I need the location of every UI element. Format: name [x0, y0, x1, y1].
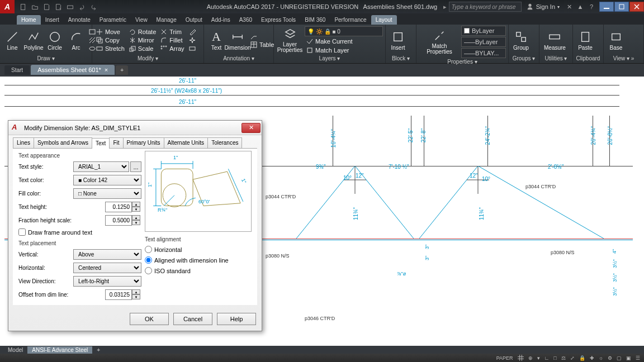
grid-icon[interactable]	[516, 355, 525, 361]
ortho-icon[interactable]: ∟	[543, 355, 551, 361]
dlg-tab-fit[interactable]: Fit	[109, 137, 123, 148]
add-layout-button[interactable]: +	[92, 346, 105, 354]
panel-layers-label[interactable]: Layers ▾	[276, 55, 383, 62]
mirror-button[interactable]: Mirror	[127, 36, 158, 44]
new-tab-button[interactable]: +	[116, 65, 128, 75]
circle-button[interactable]: Circle	[45, 29, 65, 52]
base-button[interactable]: Base	[606, 29, 626, 52]
radio-horizontal[interactable]	[145, 246, 152, 253]
pan-icon[interactable]: ⊕	[527, 355, 534, 361]
spin-down[interactable]: ▼	[132, 220, 140, 225]
view-dir-select[interactable]: Left-to-Right	[73, 276, 141, 287]
measure-button[interactable]: Measure	[542, 29, 568, 52]
tab-performance[interactable]: Performance	[330, 15, 371, 25]
panel-props-label[interactable]: Properties ▾	[419, 58, 506, 65]
fill-color-select[interactable]: □ None	[73, 188, 141, 199]
tab-layout[interactable]: Layout	[371, 15, 397, 25]
arc-button[interactable]: Arc	[66, 29, 86, 52]
tab-addins[interactable]: Add-ins	[207, 15, 235, 25]
save-as-icon[interactable]	[53, 2, 63, 12]
app-icon[interactable]: A	[0, 0, 15, 13]
snap-icon[interactable]: ▾	[536, 355, 542, 361]
spin-down[interactable]: ▼	[132, 294, 140, 299]
redo-icon[interactable]	[88, 2, 98, 12]
minimize-button[interactable]	[599, 2, 614, 12]
close-tab-icon[interactable]: ×	[105, 66, 108, 73]
array-button[interactable]: Array	[159, 45, 186, 53]
help-button[interactable]: Help	[217, 313, 256, 325]
maximize-button[interactable]	[614, 2, 629, 12]
gear-icon[interactable]: ⚙	[606, 355, 614, 361]
paste-button[interactable]: Paste	[575, 29, 595, 52]
save-icon[interactable]	[41, 2, 51, 12]
open-icon[interactable]	[30, 2, 40, 12]
lineweight-dropdown[interactable]: —— ByLayer	[461, 37, 506, 47]
linetype-dropdown[interactable]: —— BYLAY...	[461, 48, 506, 58]
dlg-tab-text[interactable]: Text	[92, 138, 110, 149]
match-layer-button[interactable]: Match Layer	[305, 46, 383, 54]
tab-insert[interactable]: Insert	[41, 15, 64, 25]
vertical-select[interactable]: Above	[73, 249, 141, 260]
draw-frame-checkbox[interactable]	[18, 228, 26, 236]
search-arrow-icon[interactable]: ▸	[443, 3, 447, 11]
dlg-tab-tolerances[interactable]: Tolerances	[207, 137, 242, 148]
isolate-icon[interactable]: ☼	[597, 355, 605, 361]
help-icon[interactable]: ?	[586, 2, 596, 12]
erase-icon[interactable]	[187, 28, 197, 36]
new-icon[interactable]	[18, 2, 28, 12]
text-height-input[interactable]	[105, 202, 132, 212]
layer-dropdown[interactable]: 💡 🔆 🔒 ■ 0	[305, 26, 383, 36]
dlg-tab-alternate[interactable]: Alternate Units	[164, 137, 209, 148]
dialog-titlebar[interactable]: A Modify Dimension Style: AS_DIM_STYLE1 …	[8, 121, 262, 135]
lock-icon[interactable]: 🔒	[577, 355, 587, 361]
cancel-button[interactable]: Cancel	[173, 313, 212, 325]
dialog-close-button[interactable]: ✕	[242, 123, 261, 133]
radio-iso[interactable]	[145, 267, 152, 274]
dlg-tab-lines[interactable]: Lines	[13, 137, 34, 148]
plus-icon[interactable]: ✚	[588, 355, 596, 361]
tab-output[interactable]: Output	[181, 15, 207, 25]
fullscreen-icon[interactable]: ▣	[624, 355, 633, 361]
table-button[interactable]: Table	[249, 41, 276, 49]
text-color-select[interactable]: ■ Color 142	[73, 175, 141, 185]
exchange-icon[interactable]: ✕	[564, 2, 574, 12]
scale-icon[interactable]: ⤢	[569, 355, 576, 361]
offset-icon[interactable]	[187, 45, 197, 53]
offset-input[interactable]	[105, 289, 132, 300]
panel-groups-label[interactable]: Groups ▾	[511, 55, 537, 62]
insert-button[interactable]: Insert	[388, 29, 408, 52]
hardware-icon[interactable]: ▢	[615, 355, 623, 361]
tab-express[interactable]: Express Tools	[257, 15, 300, 25]
text-button[interactable]: AText	[206, 29, 226, 52]
dimension-button[interactable]: Dimension	[228, 29, 248, 52]
panel-draw-label[interactable]: Draw ▾	[2, 55, 89, 62]
tab-annotate[interactable]: Annotate	[64, 15, 95, 25]
close-button[interactable]	[629, 2, 644, 12]
trim-button[interactable]: Trim	[159, 28, 186, 36]
horizontal-select[interactable]: Centered	[73, 263, 141, 273]
undo-icon[interactable]	[77, 2, 87, 12]
rotate-button[interactable]: Rotate	[127, 28, 158, 36]
copy-button[interactable]: Copy	[94, 36, 126, 44]
text-style-select[interactable]: ARIAL_1	[73, 161, 129, 172]
spin-up[interactable]: ▲	[132, 215, 140, 220]
tab-manage[interactable]: Manage	[152, 15, 181, 25]
signin-button[interactable]: Sign In▾	[526, 3, 560, 11]
line-button[interactable]: Line	[2, 29, 22, 52]
tab-view[interactable]: View	[131, 15, 152, 25]
match-props-button[interactable]: Match Properties	[419, 28, 460, 56]
tab-parametric[interactable]: Parametric	[95, 15, 131, 25]
tab-a360[interactable]: A360	[235, 15, 257, 25]
doc-tab-active[interactable]: Assemblies Sheet 601*×	[31, 65, 115, 75]
dlg-tab-primary[interactable]: Primary Units	[123, 137, 164, 148]
panel-annotation-label[interactable]: Annotation ▾	[206, 55, 271, 62]
layer-props-button[interactable]: Layer Properties	[276, 26, 304, 54]
move-button[interactable]: Move	[94, 28, 126, 36]
group-button[interactable]: Group	[511, 29, 531, 52]
spin-down[interactable]: ▼	[132, 207, 140, 212]
panel-block-label[interactable]: Block ▾	[388, 55, 414, 62]
doc-tab-start[interactable]: Start	[4, 65, 30, 75]
spin-up[interactable]: ▲	[132, 202, 140, 207]
dlg-tab-symbols[interactable]: Symbols and Arrows	[34, 137, 92, 148]
panel-modify-label[interactable]: Modify ▾	[94, 55, 201, 62]
